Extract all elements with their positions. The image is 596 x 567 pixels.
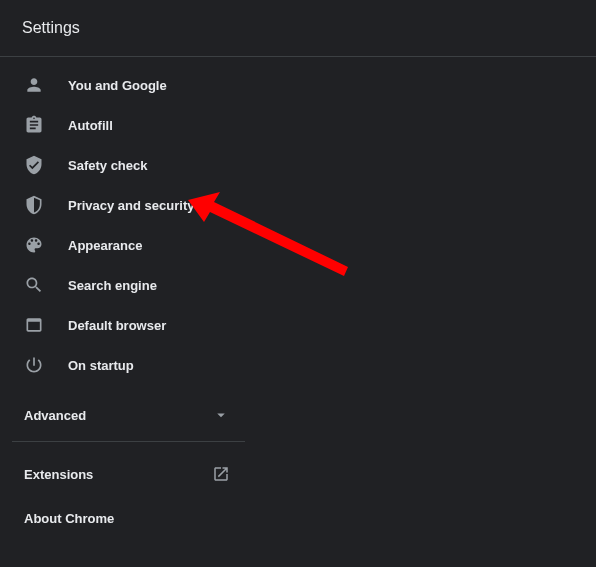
extensions-label: Extensions	[24, 467, 93, 482]
sidebar-item-you-and-google[interactable]: You and Google	[0, 65, 256, 105]
sidebar-item-safety-check[interactable]: Safety check	[0, 145, 256, 185]
page-title: Settings	[22, 19, 80, 37]
sidebar-item-extensions[interactable]: Extensions	[0, 454, 256, 494]
sidebar-item-default-browser[interactable]: Default browser	[0, 305, 256, 345]
shield-icon	[24, 195, 44, 215]
settings-header: Settings	[0, 0, 596, 57]
sidebar-item-privacy-security[interactable]: Privacy and security	[0, 185, 256, 225]
power-icon	[24, 355, 44, 375]
settings-sidebar: You and Google Autofill Safety check Pri…	[0, 57, 256, 538]
sidebar-item-about-chrome[interactable]: About Chrome	[0, 498, 256, 538]
sidebar-divider	[12, 441, 245, 442]
sidebar-item-label: Default browser	[68, 318, 166, 333]
sidebar-item-label: Search engine	[68, 278, 157, 293]
advanced-label: Advanced	[24, 408, 86, 423]
sidebar-item-label: Autofill	[68, 118, 113, 133]
sidebar-item-label: On startup	[68, 358, 134, 373]
sidebar-item-appearance[interactable]: Appearance	[0, 225, 256, 265]
sidebar-item-autofill[interactable]: Autofill	[0, 105, 256, 145]
shield-check-icon	[24, 155, 44, 175]
sidebar-item-label: Appearance	[68, 238, 142, 253]
person-icon	[24, 75, 44, 95]
sidebar-item-label: Privacy and security	[68, 198, 194, 213]
open-in-new-icon	[212, 465, 230, 483]
browser-icon	[24, 315, 44, 335]
search-icon	[24, 275, 44, 295]
about-label: About Chrome	[24, 511, 114, 526]
sidebar-advanced-toggle[interactable]: Advanced	[0, 395, 256, 435]
sidebar-item-label: You and Google	[68, 78, 167, 93]
chevron-down-icon	[212, 406, 230, 424]
clipboard-icon	[24, 115, 44, 135]
palette-icon	[24, 235, 44, 255]
sidebar-item-label: Safety check	[68, 158, 148, 173]
sidebar-item-search-engine[interactable]: Search engine	[0, 265, 256, 305]
sidebar-item-on-startup[interactable]: On startup	[0, 345, 256, 385]
